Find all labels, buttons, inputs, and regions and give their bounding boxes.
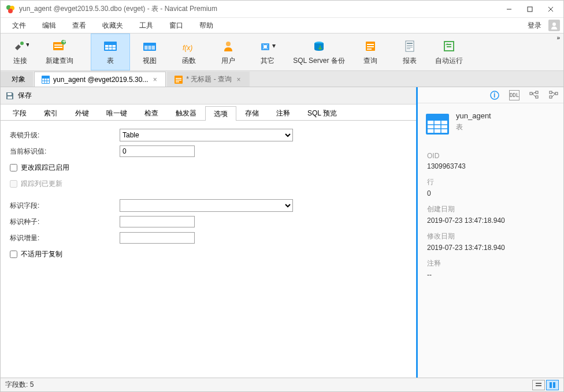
query-icon xyxy=(175,76,183,84)
toolbar-other[interactable]: ▾ 其它 xyxy=(248,33,287,70)
save-button[interactable]: 保存 xyxy=(18,91,32,100)
identity-field-label: 标识字段: xyxy=(10,201,120,211)
svg-line-58 xyxy=(532,92,536,94)
close-icon[interactable]: × xyxy=(151,76,158,84)
login-link[interactable]: 登录 xyxy=(523,18,546,33)
automation-icon xyxy=(443,39,455,54)
lock-escalation-select[interactable]: Table xyxy=(120,129,293,141)
svg-text:+: + xyxy=(62,40,66,46)
status-text: 字段数: 5 xyxy=(5,380,34,390)
backup-icon xyxy=(311,39,326,54)
not-for-replication-checkbox[interactable]: 不适用于复制 xyxy=(10,249,62,259)
svg-rect-72 xyxy=(536,385,541,386)
track-columns-checkbox: 跟踪列已更新 xyxy=(10,179,62,189)
toolbar-backup[interactable]: SQL Server 备份 xyxy=(287,33,351,70)
oid-label: OID xyxy=(427,152,554,160)
svg-rect-51 xyxy=(8,93,12,95)
toolbar-connection[interactable]: ▾ 连接 xyxy=(1,33,40,70)
view-mode-list-icon[interactable] xyxy=(532,380,545,390)
toolbar: ▾ 连接 + 新建查询 表 视图 f(x) 函数 用户 ▾ 其它 SQL Ser… xyxy=(1,33,563,71)
svg-rect-35 xyxy=(407,43,413,44)
svg-line-63 xyxy=(552,92,555,94)
change-tracking-checkbox[interactable]: 更改跟踪已启用 xyxy=(10,163,69,173)
document-tabs: 对象 yun_agent @evget2019.5.30... × * 无标题 … xyxy=(1,71,563,87)
proptab-storage[interactable]: 存储 xyxy=(236,106,268,120)
proptab-sql-preview[interactable]: SQL 预览 xyxy=(299,106,346,120)
proptab-options[interactable]: 选项 xyxy=(205,106,236,121)
function-icon: f(x) xyxy=(181,39,196,54)
table-icon xyxy=(42,76,50,84)
toolbar-user[interactable]: 用户 xyxy=(209,33,248,70)
toolbar-automation[interactable]: 自动运行 xyxy=(429,33,469,70)
toolbar-new-query[interactable]: + 新建查询 xyxy=(40,33,79,70)
titlebar: yun_agent @evget2019.5.30.dbo (evget) - … xyxy=(1,1,563,18)
svg-text:▾: ▾ xyxy=(272,42,276,50)
options-form: 表锁升级: Table 当前标识值: 更改跟踪已启用 跟踪列已更新 标识字段: … xyxy=(1,121,416,378)
menu-window[interactable]: 窗口 xyxy=(161,18,191,33)
minimize-button[interactable] xyxy=(499,1,520,18)
proptab-comment[interactable]: 注释 xyxy=(268,106,299,120)
svg-rect-55 xyxy=(530,92,532,95)
svg-point-2 xyxy=(8,9,13,13)
comment-value: -- xyxy=(427,271,554,279)
toolbar-table[interactable]: 表 xyxy=(91,33,130,70)
svg-rect-73 xyxy=(550,382,552,388)
svg-rect-38 xyxy=(407,48,410,49)
tab-yun-agent[interactable]: yun_agent @evget2019.5.30... × xyxy=(34,72,166,87)
info-icon[interactable]: i xyxy=(489,90,500,100)
save-toolbar: 保存 xyxy=(1,87,416,104)
menu-view[interactable]: 查看 xyxy=(64,18,94,33)
svg-text:▾: ▾ xyxy=(26,40,29,48)
menu-favorites[interactable]: 收藏夹 xyxy=(94,18,131,33)
info-panel: i DDL yun_agent 表 OID1309963743 行0 创建日期2… xyxy=(418,87,563,378)
toolbar-overflow-icon[interactable]: » xyxy=(554,35,562,41)
tab-objects[interactable]: 对象 xyxy=(1,72,33,87)
avatar-icon[interactable] xyxy=(548,20,560,31)
svg-text:i: i xyxy=(494,91,495,99)
close-button[interactable] xyxy=(540,1,561,18)
app-logo-icon xyxy=(5,4,16,14)
toolbar-query[interactable]: 查询 xyxy=(351,33,390,70)
created-label: 创建日期 xyxy=(427,204,554,214)
menu-help[interactable]: 帮助 xyxy=(191,18,221,33)
dependency-icon[interactable] xyxy=(529,90,539,100)
svg-rect-62 xyxy=(550,96,552,98)
maximize-button[interactable] xyxy=(520,1,540,18)
svg-rect-50 xyxy=(176,81,179,83)
reverse-dependency-icon[interactable] xyxy=(548,90,559,100)
svg-rect-4 xyxy=(528,7,532,12)
modified-label: 修改日期 xyxy=(427,232,554,241)
view-mode-detail-icon[interactable] xyxy=(546,380,559,390)
query-icon xyxy=(364,39,377,54)
toolbar-report[interactable]: 报表 xyxy=(390,33,429,70)
toolbar-view[interactable]: 视图 xyxy=(130,33,169,70)
proptab-triggers[interactable]: 触发器 xyxy=(167,106,205,120)
identity-seed-input[interactable] xyxy=(120,216,195,227)
tab-untitled-query[interactable]: * 无标题 - 查询 × xyxy=(167,72,250,87)
svg-rect-31 xyxy=(367,44,374,45)
comment-label: 注释 xyxy=(427,259,554,268)
object-type: 表 xyxy=(456,122,491,132)
proptab-fields[interactable]: 字段 xyxy=(4,106,35,120)
menu-tools[interactable]: 工具 xyxy=(131,18,161,33)
menubar: 文件 编辑 查看 收藏夹 工具 窗口 帮助 登录 xyxy=(1,18,563,33)
save-icon xyxy=(5,91,14,100)
proptab-checks[interactable]: 检查 xyxy=(136,106,167,120)
identity-field-select[interactable] xyxy=(120,199,293,212)
svg-rect-60 xyxy=(555,92,558,95)
close-icon[interactable]: × xyxy=(235,76,242,84)
current-identity-input[interactable] xyxy=(120,145,195,157)
menu-file[interactable]: 文件 xyxy=(4,18,34,33)
svg-line-59 xyxy=(532,94,536,97)
svg-point-8 xyxy=(20,42,24,45)
proptab-indexes[interactable]: 索引 xyxy=(35,106,66,120)
ddl-icon[interactable]: DDL xyxy=(509,90,520,100)
identity-increment-input[interactable] xyxy=(120,232,195,244)
identity-seed-label: 标识种子: xyxy=(10,217,120,227)
toolbar-function[interactable]: f(x) 函数 xyxy=(169,33,209,70)
menu-edit[interactable]: 编辑 xyxy=(34,18,64,33)
proptab-foreign-keys[interactable]: 外键 xyxy=(66,106,98,120)
proptab-uniques[interactable]: 唯一键 xyxy=(98,106,136,120)
oid-value: 1309963743 xyxy=(427,162,554,170)
svg-rect-56 xyxy=(536,91,538,94)
